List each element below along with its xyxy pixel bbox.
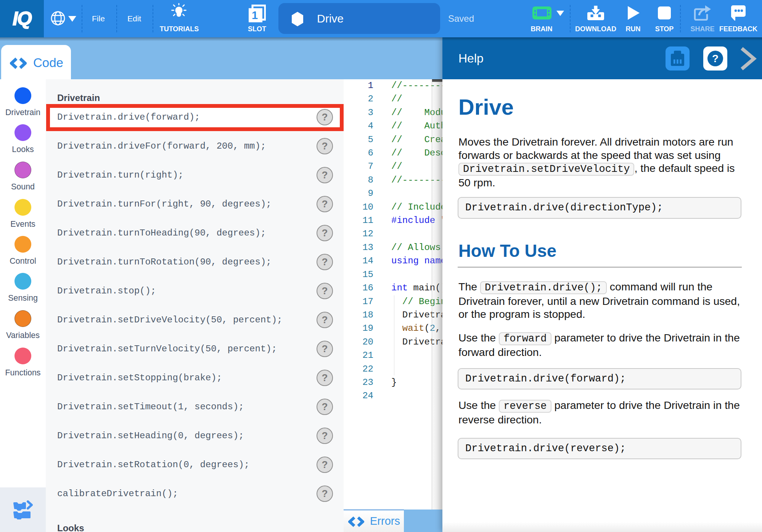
svg-text:1: 1 bbox=[252, 9, 258, 21]
